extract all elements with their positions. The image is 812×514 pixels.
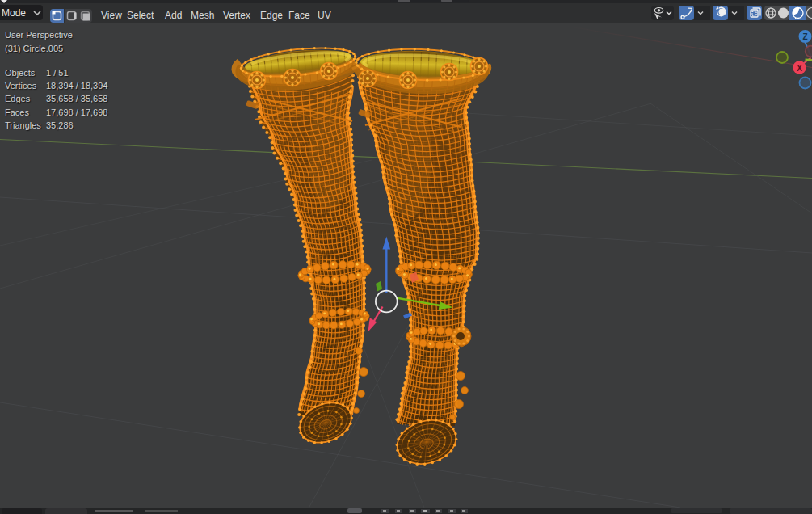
svg-text:Z: Z bbox=[802, 32, 807, 41]
svg-text:X: X bbox=[797, 64, 802, 73]
